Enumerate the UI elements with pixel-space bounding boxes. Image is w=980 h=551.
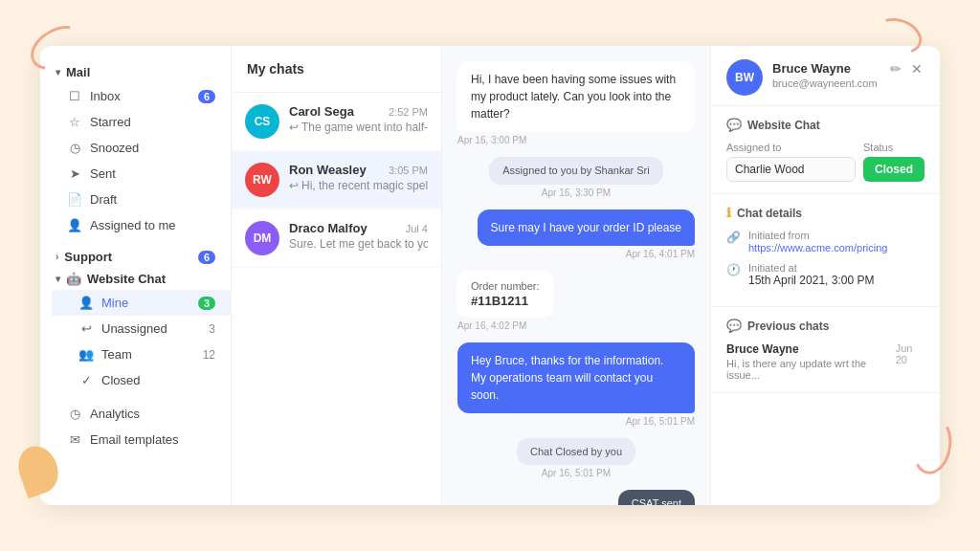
chat-time-ron: 3:05 PM — [389, 165, 428, 176]
prev-chat-time: Jun 20 — [896, 342, 924, 365]
chevron-down-icon: ▾ — [56, 67, 60, 77]
order-label: Order number: — [471, 280, 540, 292]
draft-icon: 📄 — [67, 192, 82, 207]
sidebar-item-snoozed[interactable]: ◷ Snoozed — [40, 135, 231, 161]
chat-bubble-icon: 💬 — [726, 118, 742, 132]
initiated-from-label: Initiated from — [748, 230, 888, 241]
unassigned-count: 3 — [209, 322, 215, 336]
message-system-1: Assigned to you by Shankar Sri Apr 16, 3… — [457, 157, 695, 198]
msg-bubble-closed: Chat Closed by you — [517, 438, 635, 466]
order-bubble: Order number: #11B1211 — [457, 271, 553, 318]
sidebar-item-inbox-label: Inbox — [90, 89, 121, 103]
assigned-to-input[interactable] — [726, 157, 856, 182]
reply-icon-2: ↩ — [289, 179, 299, 192]
chat-time-draco: Jul 4 — [406, 223, 428, 234]
assigned-to-label: Assigned to — [726, 142, 856, 153]
initiated-from-content: Initiated from https://www.acme.com/pric… — [748, 230, 888, 254]
contact-avatar: BW — [726, 59, 763, 96]
initiated-from-url[interactable]: https://www.acme.com/pricing — [748, 242, 888, 253]
sidebar-item-mine[interactable]: 👤 Mine 3 — [52, 290, 231, 316]
sidebar-section-support-label: Support — [64, 250, 112, 264]
chat-preview-carol: ↩ The game went into half-time... — [289, 121, 428, 134]
sidebar-item-draft-label: Draft — [90, 192, 117, 207]
sidebar-item-mine-label: Mine — [101, 296, 128, 310]
sidebar-item-unassigned-label: Unassigned — [101, 321, 167, 336]
chat-details-section: ℹ Chat details 🔗 Initiated from https://… — [711, 194, 940, 307]
message-1: Hi, I have been having some issues with … — [457, 61, 695, 145]
sidebar-item-closed[interactable]: ✓ Closed — [52, 367, 231, 393]
sidebar-item-team[interactable]: 👥 Team 12 — [52, 342, 231, 367]
mine-badge: 3 — [198, 297, 215, 310]
website-chat-section: 💬 Website Chat Assigned to Status Closed — [711, 106, 940, 194]
sidebar-section-mail[interactable]: ▾ Mail — [40, 61, 231, 83]
initiated-from-row: 🔗 Initiated from https://www.acme.com/pr… — [726, 230, 924, 254]
chat-item-carol[interactable]: CS Carol Sega 2:52 PM ↩ The game went in… — [232, 93, 441, 151]
team-count: 12 — [203, 348, 215, 362]
sidebar-item-team-label: Team — [101, 347, 132, 362]
chat-item-draco[interactable]: DM Draco Malfoy Jul 4 Sure. Let me get b… — [232, 209, 441, 268]
chat-name-carol: Carol Sega — [289, 104, 354, 119]
inbox-badge: 6 — [198, 90, 215, 103]
initiated-at-content: Initiated at 15th April 2021, 3:00 PM — [748, 262, 874, 287]
analytics-icon: ◷ — [67, 407, 82, 421]
website-chat-subsection: 👤 Mine 3 ↩ Unassigned 3 👥 Team 12 ✓ Clos… — [40, 290, 231, 393]
chat-name-ron: Ron Weasley — [289, 163, 367, 177]
message-closed: Chat Closed by you Apr 16, 5:01 PM — [457, 438, 695, 479]
msg-time-closed: Apr 16, 5:01 PM — [542, 468, 611, 478]
send-icon: ➤ — [67, 166, 82, 181]
sidebar-item-sent[interactable]: ➤ Sent — [40, 161, 231, 187]
chat-list: My chats CS Carol Sega 2:52 PM ↩ The gam… — [232, 46, 442, 505]
chat-details-title: ℹ Chat details — [726, 206, 924, 220]
close-button[interactable]: ✕ — [909, 59, 924, 78]
website-chat-section-title: 💬 Website Chat — [726, 118, 924, 132]
status-label: Status — [863, 142, 924, 153]
sidebar-item-draft[interactable]: 📄 Draft — [40, 187, 231, 212]
status-button[interactable]: Closed — [863, 157, 924, 182]
sidebar-item-assigned-to-me[interactable]: 👤 Assigned to me — [40, 212, 231, 238]
assign-status-row: Assigned to Status Closed — [726, 142, 924, 182]
edit-button[interactable]: ✏ — [888, 59, 903, 78]
chat-preview-draco: Sure. Let me get back to you with... — [289, 237, 428, 251]
app-container: ▾ Mail ☐ Inbox 6 ☆ Starred ◷ Snoozed ➤ S… — [40, 46, 940, 505]
chat-item-ron[interactable]: RW Ron Weasley 3:05 PM ↩ Hi, the recent … — [232, 151, 441, 209]
unassigned-icon: ↩ — [78, 321, 94, 336]
chat-list-header: My chats — [232, 46, 441, 93]
sidebar-item-analytics[interactable]: ◷ Analytics — [40, 401, 231, 427]
msg-time-outgoing-2: Apr 16, 5:01 PM — [626, 416, 695, 427]
chat-preview-ron: ↩ Hi, the recent magic spells don't s... — [289, 179, 428, 192]
prev-chat-name: Bruce Wayne — [726, 342, 888, 356]
msg-bubble-outgoing-1: Sure may I have your order ID please — [478, 209, 695, 246]
msg-bubble-system-1: Assigned to you by Shankar Sri — [489, 157, 662, 185]
contact-header: BW Bruce Wayne bruce@wayneent.com ✏ ✕ — [711, 46, 940, 106]
previous-chats-section: 💬 Previous chats Bruce Wayne Hi, is ther… — [711, 307, 940, 393]
clock-icon-2: 🕐 — [726, 263, 741, 276]
clock-icon: ◷ — [67, 141, 82, 155]
sidebar-item-email-templates[interactable]: ✉ Email templates — [40, 427, 231, 452]
website-chat-icon: 🤖 — [66, 272, 81, 286]
chevron-down-icon-2: ▾ — [56, 274, 60, 284]
sidebar-item-starred[interactable]: ☆ Starred — [40, 109, 231, 135]
msg-bubble-csat: CSAT sent — [618, 490, 695, 505]
sidebar-section-support[interactable]: › Support 6 — [40, 246, 231, 268]
sidebar: ▾ Mail ☐ Inbox 6 ☆ Starred ◷ Snoozed ➤ S… — [40, 46, 232, 505]
sidebar-item-inbox[interactable]: ☐ Inbox 6 — [40, 83, 231, 109]
sidebar-item-closed-label: Closed — [101, 373, 140, 387]
person-icon: 👤 — [67, 218, 82, 232]
sidebar-section-website-chat[interactable]: ▾ 🤖 Website Chat — [40, 268, 231, 290]
message-outgoing-2: Hey Bruce, thanks for the information. M… — [457, 342, 695, 427]
msg-time-outgoing-1: Apr 16, 4:01 PM — [626, 249, 695, 259]
sidebar-item-analytics-label: Analytics — [90, 407, 140, 421]
mine-icon: 👤 — [78, 296, 94, 310]
sidebar-item-unassigned[interactable]: ↩ Unassigned 3 — [52, 316, 231, 342]
initiated-at-value: 15th April 2021, 3:00 PM — [748, 274, 874, 287]
team-icon: 👥 — [78, 347, 94, 362]
avatar-ron: RW — [245, 163, 279, 197]
prev-chat-info: Bruce Wayne Hi, is there any update wrt … — [726, 342, 888, 381]
prev-chat-preview: Hi, is there any update wrt the issue... — [726, 358, 888, 381]
history-icon: 💬 — [726, 319, 742, 333]
msg-bubble-outgoing-2: Hey Bruce, thanks for the information. M… — [457, 342, 695, 413]
order-number: #11B1211 — [471, 294, 540, 308]
reply-icon: ↩ — [289, 121, 299, 134]
avatar-draco: DM — [245, 221, 279, 255]
right-panel: BW Bruce Wayne bruce@wayneent.com ✏ ✕ 💬 … — [710, 46, 940, 505]
